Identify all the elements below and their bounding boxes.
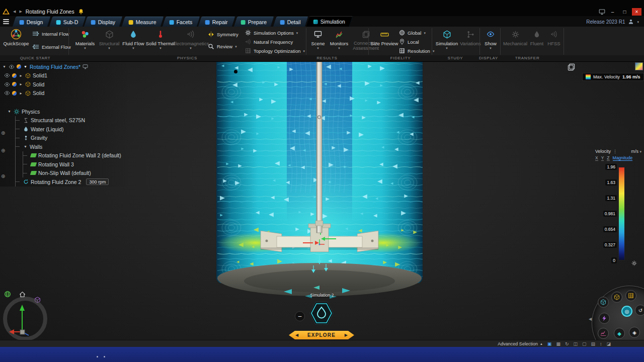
solid-label[interactable]: Solid1 <box>33 72 47 78</box>
visibility-eye-icon[interactable] <box>4 81 10 87</box>
advanced-selection-toggle[interactable]: Advanced Selection▲ <box>498 341 543 346</box>
size-preview-button[interactable]: Size Preview <box>372 28 396 46</box>
tree-row-wall3[interactable]: Non-Slip Wall (default) <box>23 169 132 178</box>
panel-collapse-icon[interactable]: ▾ <box>2 64 7 69</box>
fluid-flow-button[interactable]: Fluid Flow ▾ <box>122 28 145 50</box>
mechanical-button[interactable]: Mechanical <box>503 28 528 46</box>
visibility-eye-icon[interactable] <box>9 64 15 70</box>
back-icon[interactable]: ◀ <box>13 10 16 14</box>
model-cube-icon[interactable] <box>614 294 620 300</box>
notification-bell-icon[interactable] <box>78 9 84 15</box>
tree-row-solid3[interactable]: ▸ Solid <box>0 89 132 98</box>
tree-row-solid2[interactable]: ▸ Solid <box>0 80 132 89</box>
internal-flow-button[interactable]: Internal Flow <box>32 30 69 38</box>
tree-row-wall2[interactable]: Rotating Wall 3 <box>23 160 132 169</box>
share-screen-icon[interactable] <box>599 9 605 15</box>
wall-label[interactable]: Rotating Wall 3 <box>38 161 74 167</box>
fluid-label[interactable]: Water (Liquid) <box>31 126 64 132</box>
radial-collapse-icon[interactable]: ◀ <box>589 317 592 321</box>
material-label[interactable]: Structural steel, S275N <box>31 117 85 123</box>
tab-simulation[interactable]: Simulation <box>306 16 353 27</box>
forward-icon[interactable]: ▶ <box>19 10 22 14</box>
mixer-shaft[interactable] <box>316 62 322 233</box>
tab-repair[interactable]: Repair <box>198 17 235 27</box>
navigation-triad[interactable] <box>0 289 56 345</box>
solid-thermal-caret-icon[interactable]: ▾ <box>159 46 162 50</box>
legend-unit-select[interactable]: m/s ▾ <box>631 149 641 154</box>
tab-design[interactable]: Design <box>13 17 51 27</box>
max-velocity-probe[interactable]: Max. Velocity 1.96 m/s <box>582 73 644 81</box>
gravity-label[interactable]: Gravity <box>31 135 47 141</box>
review-button[interactable]: Review ▾ <box>208 42 237 50</box>
simulation-options-button[interactable]: Simulation Options ▾ <box>245 29 298 37</box>
legend-magnitude[interactable]: Magnitude <box>613 156 633 161</box>
legend-colorbar[interactable] <box>618 167 625 260</box>
variations-button[interactable]: Variations <box>459 28 482 46</box>
quickscope-button[interactable]: QuickScope <box>3 28 29 46</box>
resolution-caret-icon[interactable]: ▾ <box>433 49 435 53</box>
edge-marker-icon[interactable]: ⊕ <box>1 130 5 136</box>
rotating-zone-label[interactable]: Rotating Fluid Zone 2 <box>31 179 81 185</box>
fluid-flow-caret-icon[interactable]: ▾ <box>132 46 134 50</box>
legend-settings-gear-icon[interactable] <box>631 260 637 266</box>
expander-icon[interactable]: ▸ <box>19 82 23 86</box>
legend-y[interactable]: Y <box>601 156 604 161</box>
root-expander-icon[interactable]: ▾ <box>23 64 28 69</box>
grid-toggle-icon[interactable]: ▦ <box>556 341 560 346</box>
show-button[interactable]: Show ▾ <box>481 28 500 50</box>
tree-row-material[interactable]: Structural steel, S275N <box>16 116 132 125</box>
tab-measure[interactable]: Measure <box>122 17 164 27</box>
edge-marker-icon[interactable]: ⊕ <box>1 173 5 179</box>
physics-label[interactable]: Physics <box>22 109 40 115</box>
symmetry-button[interactable]: Symmetry <box>208 30 238 38</box>
expander-icon[interactable]: ▾ <box>7 109 12 114</box>
close-button[interactable]: × <box>632 8 641 16</box>
simulation-label[interactable]: Simulation 2 <box>302 293 342 298</box>
tab-prepare[interactable]: Prepare <box>234 17 275 27</box>
menu-hamburger-icon[interactable] <box>0 17 12 27</box>
explore-bar[interactable]: ◀ Explore ▶ <box>289 331 354 339</box>
monitors-caret-icon[interactable]: ▾ <box>338 46 340 50</box>
tab-display[interactable]: Display <box>84 17 123 27</box>
tree-row-physics[interactable]: ▾ Physics <box>0 107 132 116</box>
solid-thermal-button[interactable]: Solid Thermal ▾ <box>146 28 175 50</box>
monitors-button[interactable]: Monitors ▾ <box>329 28 350 50</box>
legend-menu-icon[interactable]: ⋮ <box>613 149 617 154</box>
resolution-button[interactable]: Resolution ▾ <box>399 47 434 55</box>
explore-prev-icon[interactable]: ◀ <box>295 333 298 337</box>
wall-label[interactable]: Non-Slip Wall (default) <box>38 170 91 176</box>
tab-facets[interactable]: Facets <box>163 17 200 27</box>
collapse-stage-button[interactable]: – <box>295 311 305 321</box>
fluent-button[interactable]: Fluent <box>528 28 545 46</box>
solid-label[interactable]: Solid <box>33 90 44 96</box>
tree-row-wall1[interactable]: Rotating Fluid Zone Wall 2 (default) <box>23 151 132 160</box>
fit-view-icon[interactable]: ↕ <box>600 341 602 346</box>
solid-label[interactable]: Solid <box>33 81 44 87</box>
topology-optimization-button[interactable]: Topology Optimization ▾ <box>245 47 305 55</box>
structural-button[interactable]: Structural ▾ <box>98 28 121 50</box>
frame-icon[interactable]: ▢ <box>582 341 587 346</box>
walls-label[interactable]: Walls <box>30 144 42 150</box>
radial-menu[interactable]: ◎ ↺ ◆ ◈ ◀ <box>588 286 644 347</box>
review-caret-icon[interactable]: ▾ <box>235 45 237 48</box>
legend-x[interactable]: X <box>595 156 598 161</box>
minimize-button[interactable]: – <box>608 8 617 16</box>
tree-root-label[interactable]: Rotating Fluid Zones* <box>30 64 80 70</box>
scene-button[interactable]: Scene ▾ <box>308 28 328 50</box>
scene-caret-icon[interactable]: ▾ <box>317 46 319 50</box>
layers-icon[interactable] <box>568 63 575 71</box>
simulation-study-button[interactable]: Simulation ▾ <box>435 28 459 50</box>
wall-label[interactable]: Rotating Fluid Zone Wall 2 (default) <box>38 152 121 158</box>
fluids-mode-button[interactable]: ◎ <box>621 306 632 317</box>
expander-icon[interactable]: ▾ <box>23 144 28 149</box>
selection-filter-icon[interactable]: ▣ <box>547 341 552 346</box>
electromagnetics-button[interactable]: Electromagnetics ▾ <box>175 28 206 50</box>
explore-stage-badge[interactable] <box>308 301 335 326</box>
undo-icon[interactable]: ↺ <box>635 305 644 316</box>
tree-row-solid1[interactable]: ▸ Solid1 <box>0 71 132 80</box>
materials-button[interactable]: Materials ▾ <box>73 28 97 50</box>
colormap-icon[interactable] <box>635 62 643 70</box>
visibility-eye-icon[interactable] <box>4 90 10 96</box>
materials-caret-icon[interactable]: ▾ <box>84 46 86 50</box>
legend-title[interactable]: Velocity <box>595 149 611 154</box>
